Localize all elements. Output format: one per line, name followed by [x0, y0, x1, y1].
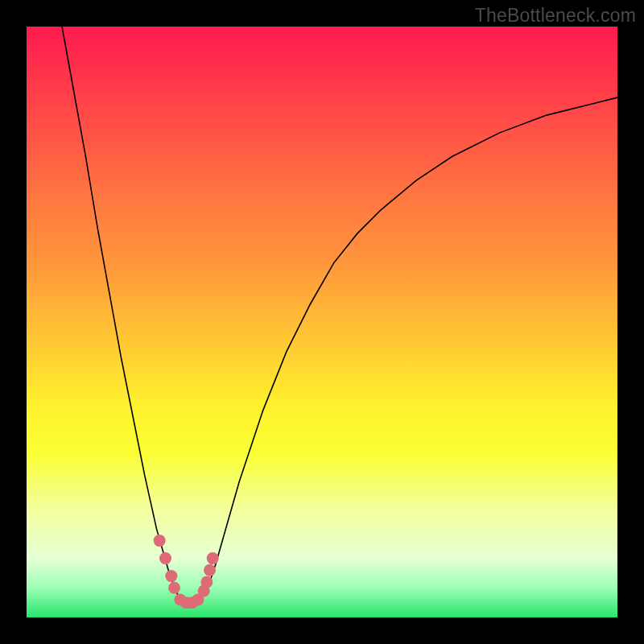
plot-svg	[27, 27, 617, 617]
highlight-dot	[165, 570, 177, 582]
highlight-dot	[154, 535, 166, 547]
highlight-dot	[159, 552, 171, 564]
highlight-dot	[207, 552, 219, 564]
frame: TheBottleneck.com	[0, 0, 644, 644]
highlight-dot	[168, 582, 180, 594]
highlight-dot	[200, 576, 213, 588]
highlight-dot	[204, 564, 216, 576]
plot-area	[27, 27, 617, 617]
highlight-dots	[154, 535, 219, 609]
curve-line	[62, 27, 617, 603]
watermark-text: TheBottleneck.com	[475, 5, 636, 27]
